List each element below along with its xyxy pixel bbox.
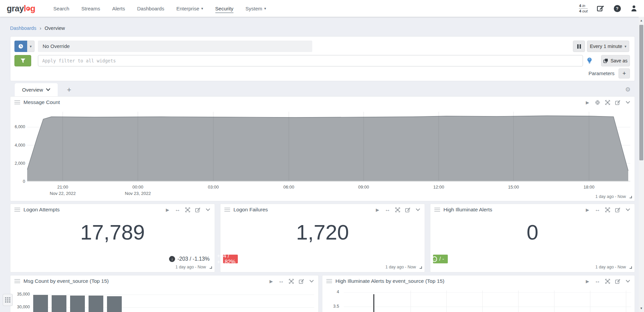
y-tick-label: 2,000 xyxy=(12,161,25,166)
chevron-down-icon xyxy=(206,208,210,211)
trend-indicator-bad: ↑ +14 / +0.82% xyxy=(223,255,238,263)
widget-resize-handle[interactable] xyxy=(420,266,422,269)
add-tab-button[interactable]: + xyxy=(62,85,76,95)
plus-icon: + xyxy=(623,70,626,77)
nav-item-security[interactable]: Security xyxy=(215,6,233,13)
trend-flat-icon: → xyxy=(432,256,437,262)
edit-icon xyxy=(299,279,304,284)
x-tick-label: 15:00 xyxy=(498,185,529,190)
widget-menu-button[interactable] xyxy=(625,278,631,284)
drag-handle-icon[interactable] xyxy=(434,207,440,213)
play-button[interactable]: ▶ xyxy=(585,207,590,213)
y-tick-label: 0 xyxy=(12,179,25,184)
horizontal-resize-button[interactable]: ↔ xyxy=(595,207,600,213)
logo-target-icon xyxy=(26,7,30,11)
user-icon xyxy=(630,5,638,12)
scroll-up-button[interactable]: ▲ xyxy=(639,18,644,23)
widget-title: Message Count xyxy=(23,99,60,105)
nav-item-streams[interactable]: Streams xyxy=(82,6,100,11)
vertical-scrollbar[interactable]: ▲ ▼ xyxy=(639,17,644,312)
graylog-logo[interactable]: graylg xyxy=(7,4,35,13)
play-button[interactable]: ▶ xyxy=(585,278,590,284)
horizontal-resize-button[interactable]: ↔ xyxy=(278,278,284,284)
drag-handle-icon[interactable] xyxy=(14,207,20,213)
widget-resize-handle[interactable] xyxy=(210,266,212,269)
scrollbar-thumb[interactable] xyxy=(639,25,643,160)
dashboard-settings-button[interactable]: ⚙ xyxy=(625,86,631,93)
edit-widget-button[interactable] xyxy=(615,278,621,284)
play-button[interactable]: ▶ xyxy=(375,207,380,213)
widget-filter-input[interactable] xyxy=(38,55,583,66)
x-tick-label: 09:00 xyxy=(348,185,379,190)
time-range-button[interactable] xyxy=(14,41,27,52)
expand-widget-button[interactable] xyxy=(605,278,610,284)
area-series-fill xyxy=(27,116,628,181)
message-count-area-chart[interactable] xyxy=(27,112,630,181)
play-button[interactable]: ▶ xyxy=(585,100,590,105)
stat-value: 1,720 xyxy=(220,220,425,244)
throughput-indicator[interactable]: 4 in 4 out xyxy=(579,4,588,13)
expand-widget-button[interactable] xyxy=(605,207,610,213)
x-tick-label: 06:00 xyxy=(274,185,304,190)
expand-widget-button[interactable] xyxy=(185,207,191,213)
play-button[interactable]: ▶ xyxy=(165,207,170,213)
horizontal-resize-button[interactable]: ↔ xyxy=(175,207,180,213)
widget-resize-handle[interactable] xyxy=(630,266,632,269)
save-as-button[interactable]: Save as xyxy=(601,55,630,66)
drag-handle-icon[interactable] xyxy=(14,99,20,105)
add-parameter-button[interactable]: + xyxy=(619,68,630,79)
filter-button[interactable] xyxy=(14,55,31,66)
edit-icon xyxy=(615,100,620,105)
widget-high-illuminate-by-event-source: High Illuminate Alerts by event_source (… xyxy=(322,275,635,312)
widget-resize-handle[interactable] xyxy=(630,196,632,198)
tab-overview[interactable]: Overview xyxy=(15,83,58,96)
nav-item-system[interactable]: System▾ xyxy=(246,6,266,11)
expand-widget-button[interactable] xyxy=(395,207,400,213)
widget-timerange: 1 day ago - Now xyxy=(385,265,416,269)
x-tick-date-label: Nov 23, 2022 xyxy=(119,191,156,196)
edit-widget-button[interactable] xyxy=(615,207,621,213)
widget-title: Msg Count by event_source (Top 15) xyxy=(23,278,109,284)
scroll-down-button[interactable]: ▼ xyxy=(639,306,644,311)
horizontal-resize-button[interactable]: ↔ xyxy=(595,278,600,284)
user-menu-button[interactable] xyxy=(630,4,638,12)
show-data-table-button[interactable] xyxy=(3,294,13,306)
nav-item-alerts[interactable]: Alerts xyxy=(112,6,125,11)
expand-arrows-icon xyxy=(605,279,610,284)
bar xyxy=(70,296,85,312)
compress-widget-button[interactable] xyxy=(595,100,600,105)
nav-item-search[interactable]: Search xyxy=(53,6,69,11)
query-help-button[interactable] xyxy=(587,57,592,64)
widget-menu-button[interactable] xyxy=(625,100,631,105)
drag-handle-icon[interactable] xyxy=(326,278,332,284)
play-button[interactable]: ▶ xyxy=(268,278,274,284)
create-content-button[interactable] xyxy=(596,4,604,12)
time-range-caret-button[interactable]: ▾ xyxy=(27,41,35,52)
widget-menu-button[interactable] xyxy=(205,207,211,213)
edit-widget-button[interactable] xyxy=(615,100,621,105)
horizontal-resize-button[interactable]: ↔ xyxy=(385,207,390,213)
pause-refresh-button[interactable] xyxy=(573,41,585,52)
edit-widget-button[interactable] xyxy=(405,207,411,213)
chevron-down-icon xyxy=(626,101,630,104)
chevron-down-icon xyxy=(626,280,630,283)
y-tick-label: 35,000 xyxy=(13,292,30,297)
funnel-icon xyxy=(20,58,25,63)
widget-menu-button[interactable] xyxy=(415,207,421,213)
nav-item-enterprise[interactable]: Enterprise▾ xyxy=(176,6,203,11)
drag-handle-icon[interactable] xyxy=(14,278,20,284)
edit-icon xyxy=(195,207,200,212)
nav-item-dashboards[interactable]: Dashboards xyxy=(137,6,164,11)
expand-widget-button[interactable] xyxy=(605,100,610,105)
widget-menu-button[interactable] xyxy=(309,278,314,284)
breadcrumb-dashboards-link[interactable]: Dashboards xyxy=(10,25,36,31)
drag-handle-icon[interactable] xyxy=(224,207,230,213)
copy-icon xyxy=(603,58,608,63)
help-button[interactable]: ? xyxy=(613,4,621,12)
edit-widget-button[interactable] xyxy=(195,207,201,213)
x-tick-label: 03:00 xyxy=(198,185,228,190)
widget-menu-button[interactable] xyxy=(625,207,631,213)
expand-widget-button[interactable] xyxy=(288,278,294,284)
refresh-interval-dropdown[interactable]: Every 1 minute ▾ xyxy=(587,41,629,52)
edit-widget-button[interactable] xyxy=(299,278,304,284)
